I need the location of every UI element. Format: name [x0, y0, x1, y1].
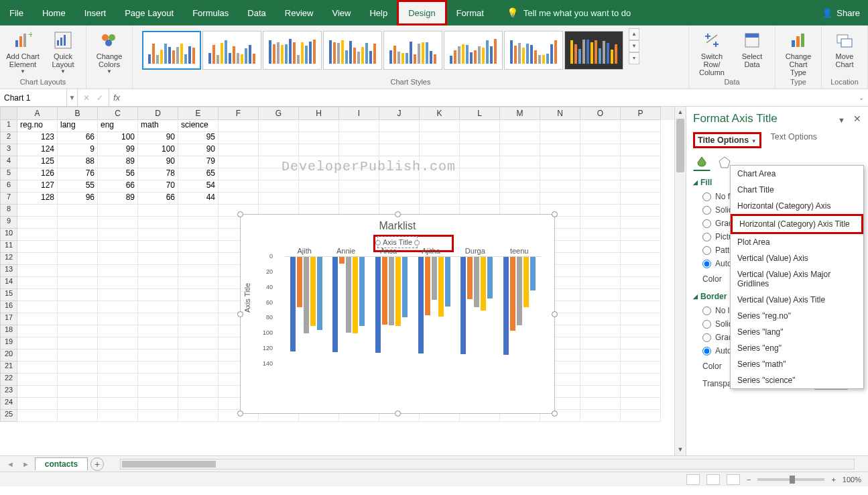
- chart-style-7[interactable]: [504, 31, 563, 70]
- tab-help[interactable]: Help: [360, 0, 397, 25]
- cell[interactable]: 88: [58, 156, 98, 168]
- row-header-15[interactable]: 15: [0, 289, 17, 301]
- worksheet[interactable]: ABCDEFGHIJKLMNOP 1reg.nolangengmathscien…: [0, 107, 674, 455]
- bar[interactable]: [432, 257, 437, 300]
- scroll-down-icon[interactable]: ▼: [675, 444, 686, 455]
- cell[interactable]: [621, 229, 661, 241]
- dropdown-item[interactable]: Vertical (Value) Axis Title: [731, 292, 863, 308]
- cell[interactable]: [58, 313, 98, 325]
- cell[interactable]: 78: [138, 168, 178, 180]
- cell[interactable]: [17, 362, 58, 374]
- chart-style-3[interactable]: [263, 31, 322, 70]
- cell[interactable]: [219, 144, 259, 156]
- cell[interactable]: [500, 168, 540, 180]
- dropdown-item[interactable]: Series "lang": [731, 324, 863, 340]
- zoom-slider[interactable]: [757, 478, 824, 481]
- enter-icon[interactable]: ✓: [97, 93, 103, 103]
- cell[interactable]: [339, 144, 379, 156]
- cell[interactable]: [580, 301, 621, 313]
- bar[interactable]: [467, 257, 473, 299]
- share-button[interactable]: 👤 Share: [822, 8, 860, 18]
- chart-style-2[interactable]: [202, 31, 261, 70]
- bar[interactable]: [481, 257, 486, 311]
- chart-style-5[interactable]: [383, 31, 442, 70]
- cell[interactable]: [580, 168, 621, 180]
- bar[interactable]: [395, 257, 401, 326]
- cell[interactable]: [580, 362, 621, 374]
- cell[interactable]: 54: [178, 180, 219, 192]
- resize-handle[interactable]: [552, 311, 558, 317]
- tab-view[interactable]: View: [322, 0, 360, 25]
- bar[interactable]: [389, 257, 394, 325]
- cell[interactable]: [178, 265, 219, 277]
- cell[interactable]: [580, 349, 621, 362]
- cell[interactable]: [621, 205, 661, 217]
- resize-handle[interactable]: [395, 211, 401, 217]
- bar[interactable]: [290, 257, 296, 351]
- cell[interactable]: [58, 325, 98, 337]
- cell[interactable]: 90: [178, 144, 219, 156]
- cell[interactable]: [219, 120, 259, 132]
- cell[interactable]: [178, 386, 219, 398]
- cell[interactable]: [17, 325, 58, 337]
- fill-and-line-icon[interactable]: [693, 154, 710, 171]
- resize-handle[interactable]: [395, 410, 401, 417]
- fx-icon[interactable]: fx: [109, 93, 124, 103]
- bar[interactable]: [510, 257, 515, 331]
- cell[interactable]: [621, 192, 661, 205]
- cell[interactable]: [178, 362, 219, 374]
- cell[interactable]: 123: [17, 132, 58, 144]
- cell[interactable]: [420, 144, 460, 156]
- cell[interactable]: [17, 289, 58, 301]
- cell[interactable]: [17, 253, 58, 265]
- row-header-12[interactable]: 12: [0, 253, 17, 265]
- cell[interactable]: [58, 265, 98, 277]
- row-header-9[interactable]: 9: [0, 217, 17, 229]
- cell[interactable]: 44: [178, 192, 219, 205]
- cell[interactable]: [580, 180, 621, 192]
- name-box[interactable]: [0, 89, 67, 106]
- cell[interactable]: [540, 192, 580, 205]
- bar[interactable]: [310, 257, 316, 326]
- row-header-10[interactable]: 10: [0, 229, 17, 241]
- cell[interactable]: [540, 180, 580, 192]
- cell[interactable]: [580, 398, 621, 410]
- cell[interactable]: [580, 313, 621, 325]
- cell[interactable]: 125: [17, 156, 58, 168]
- cell[interactable]: [379, 132, 420, 144]
- bar[interactable]: [297, 257, 302, 307]
- cell[interactable]: [460, 132, 500, 144]
- row-header-21[interactable]: 21: [0, 362, 17, 374]
- cell[interactable]: 66: [98, 180, 138, 192]
- cell[interactable]: [500, 180, 540, 192]
- row-header-7[interactable]: 7: [0, 192, 17, 205]
- column-header-P[interactable]: P: [621, 107, 661, 120]
- dropdown-item[interactable]: Vertical (Value) Axis Major Gridlines: [731, 266, 863, 292]
- bar[interactable]: [332, 257, 338, 352]
- row-header-5[interactable]: 5: [0, 168, 17, 180]
- dropdown-item[interactable]: Vertical (Value) Axis: [731, 250, 863, 266]
- cell[interactable]: [178, 301, 219, 313]
- cell[interactable]: 90: [138, 132, 178, 144]
- cell[interactable]: [299, 144, 339, 156]
- cell[interactable]: 100: [138, 144, 178, 156]
- cell[interactable]: [138, 349, 178, 362]
- cell[interactable]: [178, 289, 219, 301]
- cell[interactable]: [98, 337, 138, 349]
- cell[interactable]: [621, 132, 661, 144]
- cell[interactable]: [138, 374, 178, 386]
- resize-handle[interactable]: [552, 410, 558, 417]
- quick-layout-button[interactable]: Quick Layout ▼: [44, 28, 82, 76]
- change-chart-type-button[interactable]: Change Chart Type: [780, 28, 817, 78]
- cell[interactable]: [58, 386, 98, 398]
- tab-design[interactable]: Design: [397, 0, 446, 25]
- cell[interactable]: [621, 398, 661, 410]
- cell[interactable]: [178, 217, 219, 229]
- cell[interactable]: [17, 410, 58, 422]
- formula-bar[interactable]: [124, 89, 855, 106]
- cell[interactable]: 96: [58, 192, 98, 205]
- bar[interactable]: [438, 257, 444, 317]
- row-header-16[interactable]: 16: [0, 301, 17, 313]
- resize-handle[interactable]: [237, 211, 243, 217]
- cell[interactable]: [138, 301, 178, 313]
